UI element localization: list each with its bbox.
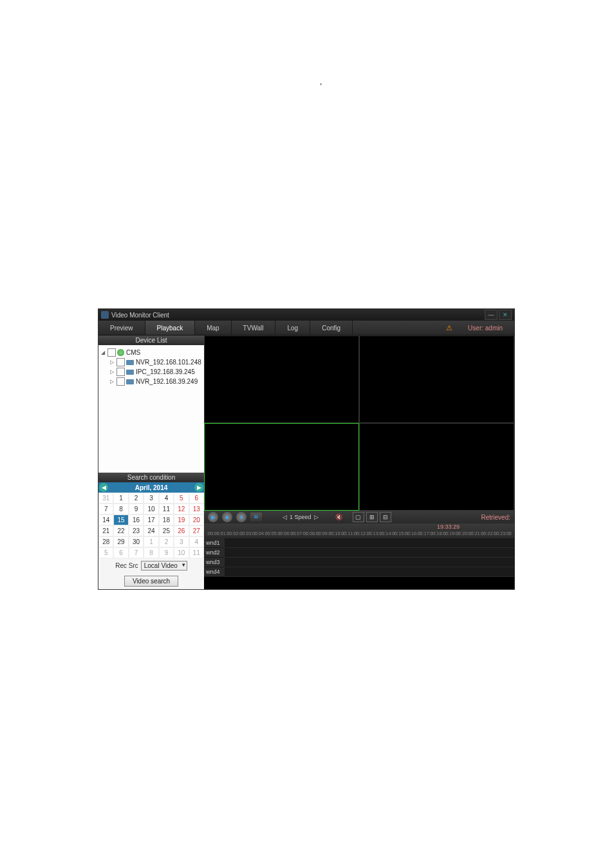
timeline-hour: 08:00	[308, 531, 321, 536]
alert-icon[interactable]: ⚠	[442, 321, 456, 335]
expander-icon[interactable]: ▷	[110, 359, 116, 365]
timeline-hours[interactable]: 00:0001:0002:0003:0004:0005:0006:0007:00…	[204, 525, 514, 537]
cal-day[interactable]: 1	[144, 536, 158, 547]
cal-day[interactable]: 30	[129, 536, 144, 547]
checkbox[interactable]	[116, 368, 125, 376]
video-cell-3[interactable]	[204, 423, 359, 511]
time-indicator: 19:33:29	[437, 524, 460, 530]
cal-day[interactable]: 29	[113, 536, 128, 547]
cal-day[interactable]: 17	[144, 514, 158, 525]
tree-root[interactable]: ◢ CMS	[100, 348, 203, 357]
tab-config[interactable]: Config	[310, 321, 353, 335]
cal-day[interactable]: 15	[113, 514, 128, 525]
timeline-hour: 21:00	[474, 531, 487, 536]
cal-day[interactable]: 19	[174, 514, 189, 525]
checkbox[interactable]	[116, 377, 125, 386]
cal-day[interactable]: 1	[113, 493, 128, 504]
speed-next-button[interactable]: ▷	[314, 514, 319, 520]
tab-preview[interactable]: Preview	[98, 321, 145, 335]
layout-4-button[interactable]: ⊞	[366, 512, 378, 522]
tree-item[interactable]: ▷ NVR_192.168.39.249	[100, 377, 203, 386]
cal-day[interactable]: 8	[113, 504, 128, 514]
expander-icon[interactable]: ▷	[110, 379, 116, 384]
cal-day[interactable]: 24	[144, 525, 158, 536]
cal-day[interactable]: 5	[174, 493, 189, 504]
cal-day[interactable]: 26	[174, 525, 189, 536]
volume-icon[interactable]: 🔇	[335, 514, 342, 520]
cal-day[interactable]: 16	[129, 514, 144, 525]
cal-day[interactable]: 4	[189, 536, 204, 547]
cal-day[interactable]: 2	[159, 536, 174, 547]
cal-day[interactable]: 3	[174, 536, 189, 547]
close-button[interactable]: ✕	[499, 310, 512, 320]
cal-day[interactable]: 11	[159, 504, 174, 514]
cal-day[interactable]: 7	[98, 504, 113, 514]
cal-day[interactable]: 7	[129, 547, 144, 558]
wnd-track[interactable]	[225, 548, 514, 558]
cal-day[interactable]: 6	[189, 493, 204, 504]
rec-src-select[interactable]: Local Video	[141, 561, 187, 571]
cal-day[interactable]: 12	[174, 504, 189, 514]
cal-day[interactable]: 3	[144, 493, 158, 504]
cal-day[interactable]: 27	[189, 525, 204, 536]
timeline-hour: 13:00	[372, 531, 385, 536]
timeline-hour: 23:00	[499, 531, 512, 536]
cal-day[interactable]: 5	[98, 547, 113, 558]
timeline-hour: 05:00	[270, 531, 283, 536]
tree-item[interactable]: ▷ NVR_192.168.101.248	[100, 357, 203, 367]
cal-day[interactable]: 9	[129, 504, 144, 514]
cal-day[interactable]: 2	[129, 493, 144, 504]
minimize-button[interactable]: —	[485, 310, 498, 320]
cal-day[interactable]: 23	[129, 525, 144, 536]
cal-day[interactable]: 18	[159, 514, 174, 525]
wnd-track[interactable]	[225, 558, 514, 567]
cal-day[interactable]: 13	[189, 504, 204, 514]
tab-playback[interactable]: Playback	[145, 321, 196, 335]
cal-day[interactable]: 25	[159, 525, 174, 536]
cal-day[interactable]: 6	[113, 547, 128, 558]
video-search-button[interactable]: Video search	[124, 576, 178, 587]
layout-9-button[interactable]: ⊟	[380, 512, 391, 522]
expander-icon[interactable]: ▷	[110, 369, 116, 375]
video-cell-4[interactable]	[359, 423, 514, 511]
tab-tvwall[interactable]: TVWall	[232, 321, 276, 335]
tab-log[interactable]: Log	[275, 321, 310, 335]
wnd-track[interactable]	[225, 538, 514, 548]
window-tracks: wnd1wnd2wnd3wnd4	[204, 538, 514, 577]
play-button[interactable]: ▶	[208, 512, 218, 522]
cal-day[interactable]: 21	[98, 525, 113, 536]
tab-map[interactable]: Map	[195, 321, 231, 335]
playback-controls: ▶ ■ ⬇ ⧉ ◁ 1 Speed ▷ 🔇 ▢ ⊞ ⊟	[204, 511, 514, 524]
cal-day[interactable]: 9	[159, 547, 174, 558]
cal-day[interactable]: 20	[189, 514, 204, 525]
cal-day[interactable]: 28	[98, 536, 113, 547]
search-condition-header: Search condition	[98, 473, 204, 482]
snapshot-button[interactable]: ⧉	[250, 513, 262, 522]
speed-prev-button[interactable]: ◁	[283, 514, 287, 520]
wnd-label: wnd4	[204, 567, 225, 577]
video-cell-2[interactable]	[359, 335, 514, 423]
timeline-hour: 07:00	[295, 531, 308, 536]
tree-item-label: NVR_192.168.39.249	[136, 378, 198, 385]
checkbox[interactable]	[116, 358, 125, 366]
stop-button[interactable]: ■	[222, 512, 232, 522]
download-button[interactable]: ⬇	[236, 512, 247, 522]
cal-day[interactable]: 8	[144, 547, 158, 558]
cal-next-button[interactable]: ▶	[194, 483, 203, 492]
layout-1-button[interactable]: ▢	[353, 512, 364, 522]
expander-icon[interactable]: ◢	[101, 350, 107, 355]
video-cell-1[interactable]	[204, 335, 359, 423]
wnd-track[interactable]	[225, 567, 514, 577]
cal-day[interactable]: 10	[144, 504, 158, 514]
timeline-hour: 17:00	[423, 531, 436, 536]
cal-day[interactable]: 10	[174, 547, 189, 558]
tree-item[interactable]: ▷ IPC_192.168.39.245	[100, 367, 203, 377]
cal-day[interactable]: 31	[98, 493, 113, 504]
cal-day[interactable]: 4	[159, 493, 174, 504]
cal-day[interactable]: 22	[113, 525, 128, 536]
cal-prev-button[interactable]: ◀	[99, 483, 108, 492]
checkbox[interactable]	[107, 348, 116, 357]
timeline-hour: 16:00	[410, 531, 423, 536]
cal-day[interactable]: 11	[189, 547, 204, 558]
cal-day[interactable]: 14	[98, 514, 113, 525]
